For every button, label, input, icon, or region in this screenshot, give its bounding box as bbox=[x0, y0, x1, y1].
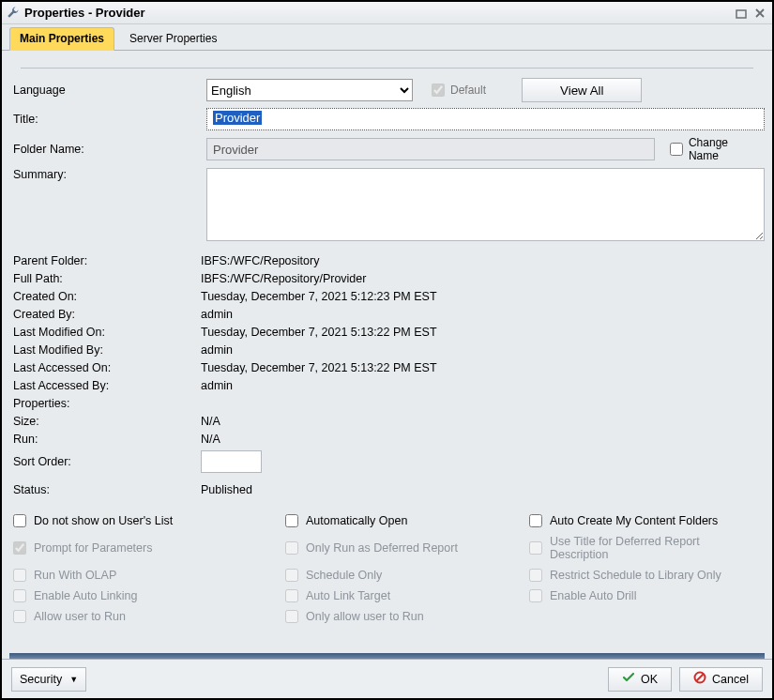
created-on-label: Created On: bbox=[13, 290, 201, 303]
summary-textarea[interactable] bbox=[206, 168, 765, 241]
chevron-down-icon: ▼ bbox=[69, 675, 78, 684]
last-accessed-by-value: admin bbox=[201, 379, 761, 392]
restrict-library-checkbox bbox=[529, 569, 542, 582]
automatically-open-checkbox[interactable] bbox=[285, 514, 298, 527]
ok-button[interactable]: OK bbox=[608, 667, 672, 692]
title-input-value: Provider bbox=[213, 111, 262, 125]
size-label: Size: bbox=[13, 415, 201, 428]
full-path-value: IBFS:/WFC/Repository/Provider bbox=[201, 272, 761, 285]
status-value: Published bbox=[201, 483, 761, 496]
created-on-value: Tuesday, December 7, 2021 5:12:23 PM EST bbox=[201, 290, 761, 303]
only-allow-run-checkbox bbox=[285, 610, 298, 623]
tab-main-properties[interactable]: Main Properties bbox=[9, 27, 114, 51]
security-button-label: Security bbox=[20, 673, 62, 686]
wrench-icon bbox=[6, 6, 21, 21]
prompt-parameters-checkbox bbox=[13, 541, 26, 555]
properties-value bbox=[201, 397, 761, 410]
default-checkbox bbox=[432, 84, 445, 97]
view-all-button[interactable]: View All bbox=[522, 78, 642, 102]
titlebar: Properties - Provider bbox=[2, 2, 772, 24]
change-name-label: Change Name bbox=[689, 136, 761, 162]
last-modified-on-label: Last Modified On: bbox=[13, 326, 201, 339]
summary-label: Summary: bbox=[13, 168, 201, 181]
title-label: Title: bbox=[13, 113, 201, 126]
check-icon bbox=[622, 671, 635, 687]
prompt-parameters-label: Prompt for Parameters bbox=[34, 541, 152, 555]
use-title-deferred-checkbox bbox=[529, 541, 542, 555]
main-properties-panel: Language English Default View All Title:… bbox=[2, 51, 772, 653]
parent-folder-label: Parent Folder: bbox=[13, 254, 201, 267]
cancel-icon bbox=[693, 671, 706, 687]
parent-folder-value: IBFS:/WFC/Repository bbox=[201, 254, 761, 267]
size-value: N/A bbox=[201, 415, 761, 428]
tab-bar: Main Properties Server Properties bbox=[2, 24, 772, 51]
allow-user-run-label: Allow user to Run bbox=[34, 610, 126, 623]
last-accessed-on-value: Tuesday, December 7, 2021 5:13:22 PM EST bbox=[201, 361, 761, 374]
schedule-only-label: Schedule Only bbox=[306, 569, 382, 582]
title-input[interactable]: Provider bbox=[206, 108, 765, 130]
enable-auto-drill-label: Enable Auto Drill bbox=[550, 589, 636, 602]
language-select[interactable]: English bbox=[206, 79, 413, 101]
auto-link-target-checkbox bbox=[285, 589, 298, 602]
run-label: Run: bbox=[13, 433, 201, 446]
only-deferred-checkbox bbox=[285, 541, 298, 555]
last-accessed-by-label: Last Accessed By: bbox=[13, 379, 201, 392]
maximize-icon[interactable] bbox=[733, 6, 750, 21]
last-modified-by-label: Last Modified By: bbox=[13, 343, 201, 357]
language-label: Language bbox=[13, 84, 201, 97]
tab-server-properties[interactable]: Server Properties bbox=[120, 28, 226, 50]
only-allow-run-label: Only allow user to Run bbox=[306, 610, 424, 623]
cancel-button-label: Cancel bbox=[712, 673, 749, 686]
close-icon[interactable] bbox=[751, 6, 768, 21]
options-grid: Do not show on User's List Automatically… bbox=[13, 514, 761, 623]
run-value: N/A bbox=[201, 433, 761, 446]
full-path-label: Full Path: bbox=[13, 272, 201, 285]
svg-rect-0 bbox=[736, 10, 746, 18]
ok-button-label: OK bbox=[641, 673, 658, 686]
security-button[interactable]: Security▼ bbox=[11, 667, 86, 692]
run-with-olap-checkbox bbox=[13, 569, 26, 582]
schedule-only-checkbox bbox=[285, 569, 298, 582]
sort-order-input[interactable] bbox=[201, 450, 262, 473]
enable-auto-drill-checkbox bbox=[529, 589, 542, 602]
only-deferred-label: Only Run as Deferred Report bbox=[306, 541, 458, 555]
created-by-label: Created By: bbox=[13, 308, 201, 321]
restrict-library-label: Restrict Schedule to Library Only bbox=[550, 569, 721, 582]
do-not-show-label: Do not show on User's List bbox=[34, 514, 173, 527]
status-label: Status: bbox=[13, 483, 201, 496]
automatically-open-label: Automatically Open bbox=[306, 514, 407, 527]
change-name-checkbox[interactable] bbox=[670, 143, 683, 156]
folder-name-input bbox=[206, 138, 655, 160]
dialog-footer: Security▼ OK Cancel bbox=[2, 659, 772, 698]
properties-dialog: Properties - Provider Main Properties Se… bbox=[0, 0, 774, 700]
last-modified-by-value: admin bbox=[201, 343, 761, 357]
folder-name-label: Folder Name: bbox=[13, 143, 201, 156]
window-title: Properties - Provider bbox=[24, 6, 145, 20]
auto-create-folders-label: Auto Create My Content Folders bbox=[550, 514, 718, 527]
allow-user-run-checkbox bbox=[13, 610, 26, 623]
default-label: Default bbox=[450, 84, 486, 97]
use-title-deferred-label: Use Title for Deferred Report Descriptio… bbox=[550, 535, 761, 561]
cancel-button[interactable]: Cancel bbox=[679, 667, 763, 692]
last-modified-on-value: Tuesday, December 7, 2021 5:13:22 PM EST bbox=[201, 326, 761, 339]
run-with-olap-label: Run With OLAP bbox=[34, 569, 116, 582]
auto-create-folders-checkbox[interactable] bbox=[529, 514, 542, 527]
enable-auto-linking-label: Enable Auto Linking bbox=[34, 589, 138, 602]
do-not-show-checkbox[interactable] bbox=[13, 514, 26, 527]
last-accessed-on-label: Last Accessed On: bbox=[13, 361, 201, 374]
sort-order-label: Sort Order: bbox=[13, 455, 201, 468]
created-by-value: admin bbox=[201, 308, 761, 321]
properties-label: Properties: bbox=[13, 397, 201, 410]
auto-link-target-label: Auto Link Target bbox=[306, 589, 390, 602]
svg-line-2 bbox=[697, 675, 704, 681]
enable-auto-linking-checkbox bbox=[13, 589, 26, 602]
